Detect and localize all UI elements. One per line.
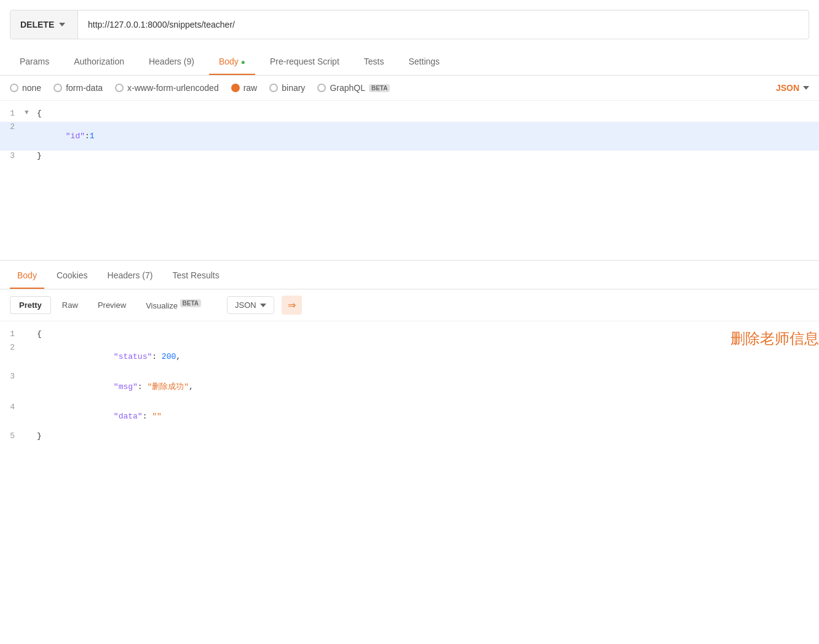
body-type-graphql[interactable]: GraphQL BETA bbox=[317, 83, 390, 93]
chevron-down-icon bbox=[803, 86, 809, 90]
tab-body[interactable]: Body ● bbox=[209, 49, 255, 75]
visualize-beta-badge: BETA bbox=[180, 299, 201, 307]
radio-none bbox=[10, 84, 18, 92]
resp-tab-headers[interactable]: Headers (7) bbox=[100, 263, 160, 289]
resp-tab-body[interactable]: Body bbox=[10, 263, 44, 289]
resp-format-pretty[interactable]: Pretty bbox=[10, 296, 51, 314]
resp-line-3: 3 "msg": "删除成功", bbox=[0, 371, 694, 402]
chevron-down-icon bbox=[59, 23, 65, 26]
tab-authorization[interactable]: Authorization bbox=[64, 49, 134, 75]
response-tabs: Body Cookies Headers (7) Test Results bbox=[0, 263, 819, 289]
code-line-3: 3 } bbox=[0, 151, 819, 164]
radio-raw bbox=[231, 84, 240, 92]
beta-badge: BETA bbox=[369, 84, 390, 92]
body-type-none[interactable]: none bbox=[10, 83, 41, 93]
resp-format-raw[interactable]: Raw bbox=[53, 297, 87, 313]
resp-line-5: 5 } bbox=[0, 431, 694, 444]
url-input[interactable] bbox=[78, 20, 809, 29]
response-toolbar: Pretty Raw Preview Visualize BETA JSON ⇒ bbox=[0, 289, 819, 321]
body-type-bar: none form-data x-www-form-urlencoded raw… bbox=[0, 76, 819, 101]
resp-tab-test-results[interactable]: Test Results bbox=[165, 263, 226, 289]
resp-line-4: 4 "data": "" bbox=[0, 402, 694, 431]
annotation-text: 删除老师信息 bbox=[730, 329, 819, 348]
resp-tab-cookies[interactable]: Cookies bbox=[49, 263, 95, 289]
radio-graphql bbox=[317, 84, 326, 92]
method-selector[interactable]: DELETE bbox=[10, 10, 78, 39]
radio-urlencoded bbox=[115, 84, 124, 92]
chevron-down-icon bbox=[260, 304, 266, 307]
json-format-dropdown[interactable]: JSON bbox=[776, 83, 809, 93]
body-type-binary[interactable]: binary bbox=[269, 83, 305, 93]
resp-json-dropdown[interactable]: JSON bbox=[227, 296, 274, 314]
method-label: DELETE bbox=[20, 20, 54, 29]
resp-line-1: 1 { bbox=[0, 329, 694, 342]
radio-binary bbox=[269, 84, 278, 92]
tab-tests[interactable]: Tests bbox=[354, 49, 394, 75]
code-line-1: 1 ▼ { bbox=[0, 108, 819, 122]
request-tabs: Params Authorization Headers (9) Body ● … bbox=[0, 49, 819, 76]
response-body: 1 { 2 "status": 200, 3 "msg": "删除成功" bbox=[0, 321, 819, 452]
request-body-editor[interactable]: 1 ▼ { 2 "id":1 3 } bbox=[0, 101, 819, 261]
tab-pre-request[interactable]: Pre-request Script bbox=[260, 49, 349, 75]
tab-headers[interactable]: Headers (9) bbox=[139, 49, 204, 75]
body-type-raw[interactable]: raw bbox=[231, 83, 258, 93]
radio-form-data bbox=[53, 84, 62, 92]
body-type-form-data[interactable]: form-data bbox=[53, 83, 103, 93]
body-type-urlencoded[interactable]: x-www-form-urlencoded bbox=[115, 83, 219, 93]
resp-format-preview[interactable]: Preview bbox=[89, 297, 135, 313]
code-line-2: 2 "id":1 bbox=[0, 122, 819, 151]
resp-line-2: 2 "status": 200, bbox=[0, 342, 694, 371]
tab-params[interactable]: Params bbox=[10, 49, 59, 75]
response-section: Body Cookies Headers (7) Test Results Pr… bbox=[0, 261, 819, 452]
url-bar: DELETE bbox=[10, 10, 809, 39]
tab-settings[interactable]: Settings bbox=[398, 49, 449, 75]
resp-format-visualize[interactable]: Visualize BETA bbox=[137, 296, 210, 314]
wrap-button[interactable]: ⇒ bbox=[282, 296, 302, 315]
